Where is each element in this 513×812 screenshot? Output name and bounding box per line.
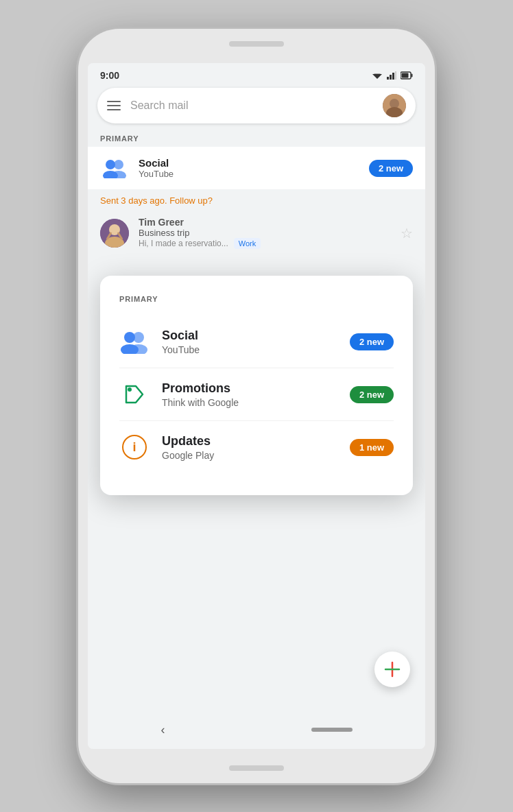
svg-rect-2 [387,77,389,80]
svg-rect-8 [411,74,413,77]
nav-pill [311,728,353,732]
svg-rect-7 [402,73,409,78]
card-social-title: Social [162,329,337,343]
bg-email-preview: Hi, I made a reservatio... Work [139,238,391,249]
card-updates-badge: 1 new [350,439,394,456]
battery-icon [401,71,413,80]
card-promotions-subtitle: Think with Google [162,397,337,408]
card-category-label: PRIMARY [119,295,394,303]
card-promotions-title: Promotions [162,381,337,396]
status-bar: 9:00 [88,63,425,88]
bg-email-content: Tim Greer Business trip Hi, I made a res… [139,217,391,249]
bg-email-item[interactable]: Tim Greer Business trip Hi, I made a res… [88,208,425,257]
bg-social-item[interactable]: Social YouTube 2 new [88,147,425,189]
card-promotions-item[interactable]: Promotions Think with Google 2 new [119,368,394,421]
search-input[interactable]: Search mail [130,99,373,112]
card-promotions-badge: 2 new [350,386,394,403]
nav-back-button[interactable]: ‹ [161,723,165,737]
bg-social-content: Social YouTube [139,157,359,179]
social-icon [119,329,150,354]
card-promotions-content: Promotions Think with Google [162,381,337,408]
svg-point-10 [390,99,399,108]
card-social-content: Social YouTube [162,329,337,355]
phone-shell: 9:00 [78,29,435,783]
bg-email-preview-text: Hi, I made a reservatio... [139,239,228,248]
card-updates-content: Updates Google Play [162,434,337,461]
svg-point-12 [106,160,115,169]
card-updates-title: Updates [162,434,337,449]
social-people-icon [102,158,127,178]
bg-social-title: Social [139,157,359,169]
compose-icon [383,660,402,679]
svg-rect-3 [390,75,392,80]
bg-email-sender: Tim Greer [139,217,391,228]
phone-screen: 9:00 [88,63,425,749]
card-social-badge: 2 new [350,333,394,350]
card-updates-subtitle: Google Play [162,450,337,461]
card-social-icon [119,326,150,357]
card-social-subtitle: YouTube [162,344,337,355]
search-bar[interactable]: Search mail [97,88,416,123]
card-updates-item[interactable]: i Updates Google Play 1 new [119,421,394,473]
tim-greer-avatar [100,219,129,248]
svg-point-24 [133,332,144,343]
svg-point-27 [128,387,132,392]
bg-social-sub: YouTube [139,169,359,179]
svg-rect-4 [392,73,394,80]
signal-icon [387,71,396,80]
bg-social-badge: 2 new [369,160,413,177]
bg-email-avatar [100,219,129,248]
compose-fab-button[interactable] [374,652,410,687]
nav-bar: ‹ [88,710,425,749]
star-icon[interactable]: ☆ [401,225,413,241]
bg-category-label: PRIMARY [88,130,425,147]
svg-rect-5 [395,71,396,80]
phone-bottom-bar [229,765,284,771]
phone-top-notch [229,41,284,47]
followup-text: Sent 3 days ago. Follow up? [88,190,425,208]
status-time: 9:00 [100,70,119,81]
bg-email-subject: Business trip [139,228,391,238]
card-updates-icon: i [119,432,150,462]
info-circle-icon: i [122,435,147,459]
bg-email-tag: Work [234,238,261,249]
svg-point-13 [114,160,123,169]
tag-icon [122,382,147,407]
user-avatar[interactable] [383,94,406,117]
menu-icon[interactable] [107,101,121,110]
wifi-icon [372,71,383,80]
category-card-overlay: PRIMARY Social YouTube 2 new [100,276,413,495]
card-promotions-icon [119,379,150,409]
card-social-item[interactable]: Social YouTube 2 new [119,315,394,368]
avatar-image [383,94,406,117]
social-icon-bg [100,154,129,182]
status-icons [372,71,413,80]
